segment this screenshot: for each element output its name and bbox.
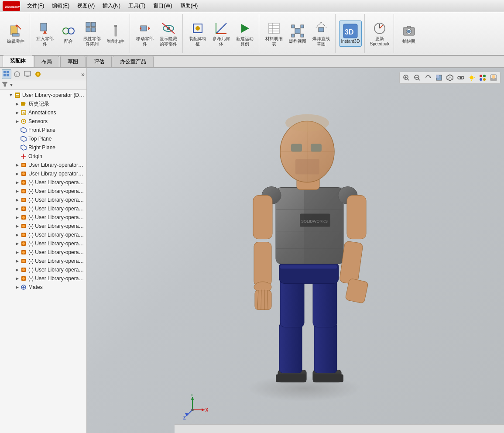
zoom-out-button[interactable] [412, 73, 422, 82]
te[interactable]: ▶ [14, 284, 20, 290]
menu-edit[interactable]: 编辑(E) [48, 1, 73, 10]
tree-item-sub8[interactable]: ▶ (-) User Library-operator_l [0, 239, 86, 248]
assembly-feature-button[interactable]: 装配体特征 [186, 20, 209, 48]
te[interactable]: ▶ [14, 267, 20, 273]
show-hidden-icon [161, 21, 176, 36]
explode-view-button[interactable]: 爆炸视图 [286, 20, 309, 48]
lighting-button[interactable] [467, 73, 477, 82]
tree-item-label: (-) User Library-operator_f [28, 197, 85, 203]
menu-file[interactable]: 文件(F) [24, 1, 48, 10]
menu-view[interactable]: 视图(V) [74, 1, 98, 10]
te[interactable]: ▶ [14, 223, 20, 229]
tab-office[interactable]: 办公室产品 [113, 56, 154, 67]
tree-item-mates[interactable]: ▶ Mates [0, 283, 86, 292]
tree-item-body[interactable]: ▶ User Library-operator_bod [0, 169, 86, 178]
show-hidden-button[interactable]: 显示隐藏的零部件 [157, 20, 180, 48]
te[interactable]: ▶ [14, 162, 20, 168]
move-label: 移动零部件 [134, 36, 155, 47]
tree-item-sub4[interactable]: ▶ (-) User Library-operator_u [0, 204, 86, 213]
tree-item-sub1[interactable]: ▶ (-) User Library-operator_u [0, 178, 86, 187]
tree-root-expander[interactable]: ▼ [8, 92, 14, 98]
component-icon [20, 266, 27, 273]
svg-point-89 [22, 207, 25, 210]
snapshot-button[interactable]: 拍快照 [398, 21, 420, 47]
te[interactable]: ▶ [14, 171, 20, 177]
scene-button[interactable] [489, 73, 498, 82]
tree-item-origin[interactable]: ▶ Origin [0, 152, 86, 161]
te[interactable]: ▶ [14, 197, 20, 203]
te[interactable]: ▶ [14, 214, 20, 220]
new-motion-button[interactable]: 新建运动算例 [233, 20, 256, 48]
tab-layout[interactable]: 布局 [34, 56, 59, 67]
tree-item-sub10[interactable]: ▶ (-) User Library-operator_u [0, 257, 86, 265]
tree-item-sub9[interactable]: ▶ (-) User Library-operator_l [0, 248, 86, 257]
te[interactable]: ▶ [14, 258, 20, 264]
panel-tab-appearance[interactable] [33, 69, 43, 79]
tree-root[interactable]: ▼ User Library-operator (Defau [0, 91, 86, 100]
mate-button[interactable]: 配合 [57, 20, 80, 48]
rotate-button[interactable] [423, 73, 433, 82]
menu-window[interactable]: 窗口(W) [150, 1, 175, 10]
menu-help[interactable]: 帮助(H) [177, 1, 202, 10]
front-plane-icon [20, 127, 27, 134]
te[interactable]: ▶ [14, 188, 20, 194]
te[interactable]: ▶ [14, 232, 20, 238]
svg-rect-41 [319, 27, 324, 32]
te[interactable]: ▶ [14, 275, 20, 282]
explode-line-button[interactable]: 爆炸直线草图 [310, 20, 333, 48]
filter-icon[interactable] [2, 81, 8, 89]
panel-tab-properties[interactable]: i [12, 69, 22, 79]
tree-item-history[interactable]: ▶ 历史记录 [0, 100, 86, 108]
tree-item-sensors[interactable]: ▶ Sensors [0, 117, 86, 126]
tree-item-sub7[interactable]: ▶ (-) User Library-operator_u [0, 230, 86, 239]
te[interactable]: ▶ [14, 206, 20, 212]
instant3d-button[interactable]: 3D Instant3D [339, 21, 362, 47]
te[interactable]: ▶ [14, 179, 20, 186]
hide-show-button[interactable] [456, 73, 466, 82]
appearance-button[interactable] [478, 73, 487, 82]
tree-item-sub3[interactable]: ▶ (-) User Library-operator_f [0, 196, 86, 204]
tab-evaluate[interactable]: 评估 [86, 56, 112, 67]
tree-item-label: User Library-operator_bod [28, 171, 85, 177]
svg-point-95 [22, 234, 25, 236]
ref-geometry-button[interactable]: 参考几何体 [210, 20, 233, 48]
tree-item-front-plane[interactable]: ▶ Front Plane [0, 126, 86, 134]
edit-part-button[interactable]: 编辑零件 [4, 21, 27, 47]
svg-rect-14 [91, 27, 96, 32]
bom-button[interactable]: 材料明细表 [263, 20, 285, 48]
tree-item-right-plane[interactable]: ▶ Right Plane [0, 143, 86, 152]
smart-fastener-button[interactable]: 智能扣件 [104, 20, 127, 48]
panel-tab-tree[interactable] [2, 69, 11, 79]
menu-insert[interactable]: 插入(N) [99, 1, 124, 10]
pattern-button[interactable]: 线性零部件阵列 [81, 20, 103, 48]
display-style-button[interactable] [434, 73, 444, 82]
te[interactable]: ▶ [14, 241, 20, 247]
te[interactable]: ▶ [14, 118, 20, 124]
filter-arrow[interactable]: ▼ [9, 82, 14, 87]
panel-expand-button[interactable]: » [81, 71, 85, 78]
svg-rect-57 [24, 71, 31, 76]
menu-tools[interactable]: 工具(T) [125, 1, 149, 10]
toolbar-group-snapshot: 拍快照 [396, 14, 423, 53]
tree-item-top-plane[interactable]: ▶ Top Plane [0, 134, 86, 143]
tree-item-sub5[interactable]: ▶ (-) User Library-operator_l [0, 213, 86, 222]
viewport[interactable]: SOLIDWORKS [87, 68, 504, 433]
te[interactable]: ▶ [14, 249, 20, 255]
view-orientation-button[interactable] [445, 73, 455, 82]
move-component-button[interactable]: 移动零部件 [134, 20, 156, 48]
zoom-in-button[interactable] [401, 73, 411, 82]
te[interactable]: ▶ [14, 110, 20, 116]
tree-item-sub12[interactable]: ▶ (-) User Library-operator_f [0, 274, 86, 283]
tree-item-sub6[interactable]: ▶ (-) User Library-operator_f [0, 222, 86, 230]
speedpak-button[interactable]: 更新Speedpak [368, 20, 391, 48]
tab-sketch[interactable]: 草图 [60, 56, 86, 67]
panel-tab-display[interactable] [23, 69, 32, 79]
te[interactable]: ▶ [14, 101, 20, 107]
svg-text:i: i [16, 72, 17, 77]
tab-assembly[interactable]: 装配体 [3, 55, 33, 67]
tree-item-head[interactable]: ▶ User Library-operator_hea [0, 161, 86, 169]
insert-component-button[interactable]: 插入零部件 [34, 20, 56, 48]
tree-item-annotations[interactable]: ▶ A Annotations [0, 108, 86, 117]
tree-item-sub2[interactable]: ▶ (-) User Library-operator_l [0, 187, 86, 196]
tree-item-sub11[interactable]: ▶ (-) User Library-operator_l [0, 265, 86, 274]
